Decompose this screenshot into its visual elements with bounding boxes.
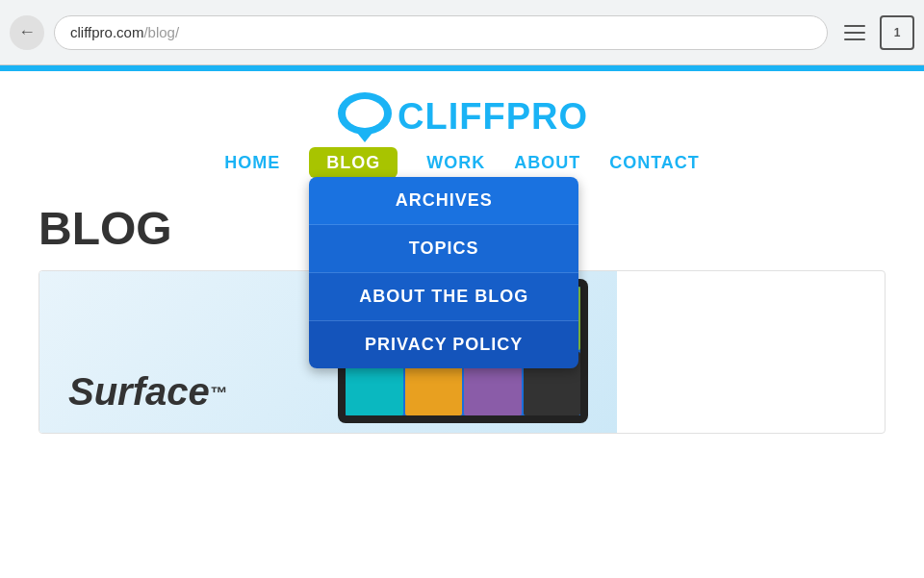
svg-marker-1 — [357, 133, 372, 142]
nav-contact[interactable]: CONTACT — [609, 153, 700, 173]
surface-brand: Surface™ — [68, 370, 227, 414]
blog-dropdown: ARCHIVES TOPICS ABOUT THE BLOG PRIVACY P… — [309, 177, 578, 368]
dropdown-topics[interactable]: TOPICS — [309, 225, 578, 273]
nav-home[interactable]: HOME — [224, 153, 280, 173]
tabs-count: 1 — [894, 26, 901, 39]
surface-text: Surface — [68, 370, 210, 413]
dropdown-privacy[interactable]: PRIVACY POLICY — [309, 321, 578, 368]
logo-icon — [336, 90, 394, 143]
menu-line — [844, 38, 865, 40]
address-domain: cliffpro.com — [70, 24, 143, 40]
nav-blog-wrapper: BLOG ARCHIVES TOPICS ABOUT THE BLOG PRIV… — [309, 153, 398, 173]
browser-actions: 1 — [837, 15, 914, 50]
menu-line — [844, 32, 865, 34]
browser-chrome: ← cliffpro.com /blog/ 1 — [0, 0, 924, 65]
address-bar[interactable]: cliffpro.com /blog/ — [54, 15, 828, 50]
dropdown-archives[interactable]: ARCHIVES — [309, 177, 578, 225]
menu-line — [844, 25, 865, 27]
logo-area: CLIFFPRO — [336, 90, 588, 143]
dropdown-about-blog[interactable]: ABOUT THE BLOG — [309, 273, 578, 321]
tabs-button[interactable]: 1 — [880, 15, 914, 50]
menu-button[interactable] — [837, 15, 872, 50]
nav-blog[interactable]: BLOG — [309, 147, 398, 178]
logo-text: CLIFFPRO — [398, 96, 588, 138]
site-content: CLIFFPRO HOME BLOG ARCHIVES TOPICS ABOUT… — [0, 71, 924, 434]
address-path: /blog/ — [143, 24, 179, 40]
svg-point-2 — [346, 99, 384, 128]
surface-sup: ™ — [210, 384, 227, 403]
site-nav: HOME BLOG ARCHIVES TOPICS ABOUT THE BLOG… — [224, 153, 700, 173]
nav-about[interactable]: ABOUT — [514, 153, 580, 173]
back-icon: ← — [18, 22, 36, 42]
back-button[interactable]: ← — [10, 15, 44, 50]
site-header: CLIFFPRO HOME BLOG ARCHIVES TOPICS ABOUT… — [0, 90, 924, 183]
nav-work[interactable]: WORK — [426, 153, 485, 173]
